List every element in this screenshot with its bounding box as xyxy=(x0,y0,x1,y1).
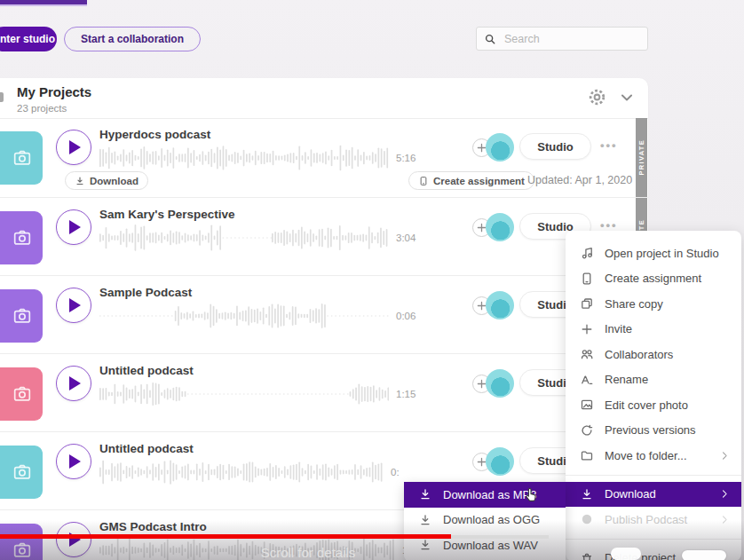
waveform xyxy=(99,301,389,331)
camera-icon xyxy=(12,384,32,404)
avatar[interactable] xyxy=(486,447,514,476)
music-note-icon xyxy=(580,246,594,260)
plus-icon xyxy=(580,322,594,336)
app-window: nter studio Start a collaboration My Pro… xyxy=(0,0,744,560)
play-button[interactable] xyxy=(56,522,91,557)
player-control-pill xyxy=(682,550,726,560)
menu-item-rename[interactable]: Rename xyxy=(566,367,741,393)
waveform xyxy=(99,143,389,173)
avatar[interactable] xyxy=(486,213,514,241)
play-icon xyxy=(69,298,81,312)
play-button[interactable] xyxy=(56,130,91,165)
waveform xyxy=(99,379,389,409)
projects-count: 23 projects xyxy=(17,103,67,114)
project-thumbnail[interactable] xyxy=(0,289,43,343)
chevron-down-icon[interactable] xyxy=(619,90,635,106)
settings-gear-icon[interactable] xyxy=(587,87,607,107)
project-duration: 0:06 xyxy=(396,311,416,321)
play-button[interactable] xyxy=(56,366,91,401)
menu-item-share-copy[interactable]: Share copy xyxy=(566,291,741,317)
more-options-button[interactable]: ••• xyxy=(600,138,618,152)
menu-item-edit-cover-photo[interactable]: Edit cover photo xyxy=(566,392,741,418)
project-thumbnail[interactable] xyxy=(0,131,43,185)
trash-icon xyxy=(580,551,594,560)
page-title: My Projects xyxy=(17,84,91,99)
menu-item-create-assignment[interactable]: Create assignment xyxy=(566,266,741,292)
project-row-2: Sam Kary's Perspective 3:04 Studio ••• P… xyxy=(0,197,648,276)
camera-icon xyxy=(12,306,32,326)
project-thumbnail[interactable] xyxy=(0,446,43,499)
avatar[interactable] xyxy=(486,133,514,162)
chevron-right-icon xyxy=(719,514,731,525)
menu-item-invite[interactable]: Invite xyxy=(566,317,741,343)
camera-icon xyxy=(12,540,32,560)
updated-date: Updated: Apr 1, 2020 xyxy=(527,174,632,186)
menu-item-download-as-mp3[interactable]: Download as MP3 xyxy=(404,482,566,508)
project-thumbnail[interactable] xyxy=(0,367,43,421)
play-button[interactable] xyxy=(56,209,91,245)
top-tab-indicator xyxy=(0,0,87,6)
download-submenu: Download as MP3 Download as OGG Download… xyxy=(404,482,566,560)
rename-icon xyxy=(580,373,594,387)
menu-divider xyxy=(566,539,741,540)
menu-item-download-as-ogg[interactable]: Download as OGG xyxy=(404,508,566,533)
more-options-button[interactable]: ••• xyxy=(600,218,618,232)
start-collaboration-button[interactable]: Start a collaboration xyxy=(64,27,201,51)
menu-item-move-to-folder[interactable]: Move to folder... xyxy=(566,443,741,469)
create-assignment-button[interactable]: Create assignment xyxy=(408,171,534,190)
camera-icon xyxy=(12,228,32,248)
project-duration: 3:04 xyxy=(396,233,416,243)
menu-item-previous-versions[interactable]: Previous versions xyxy=(566,418,741,444)
project-thumbnail[interactable] xyxy=(0,211,43,264)
project-duration: 5:16 xyxy=(396,153,416,163)
download-icon xyxy=(418,487,432,501)
camera-icon xyxy=(12,148,32,168)
collapse-handle-icon xyxy=(0,92,4,102)
project-duration: 1:15 xyxy=(396,389,416,399)
search-input[interactable] xyxy=(503,32,640,46)
menu-item-download[interactable]: Download xyxy=(566,482,741,508)
assignment-icon xyxy=(580,272,594,286)
play-icon xyxy=(69,376,81,390)
project-row-4: Untitled podcast 1:15 Studio ••• xyxy=(0,353,648,432)
menu-item-open-project-in-studio[interactable]: Open project in Studio xyxy=(566,241,741,266)
menu-item-publish-podcast[interactable]: Publish Podcast xyxy=(566,507,741,532)
studio-button[interactable]: Studio xyxy=(519,133,591,160)
avatar[interactable] xyxy=(486,291,514,319)
menu-item-collaborators[interactable]: Collaborators xyxy=(566,342,741,367)
play-button[interactable] xyxy=(56,444,91,479)
project-row-3: Sample Podcast 0:06 Studio ••• xyxy=(0,275,648,354)
play-button[interactable] xyxy=(56,288,91,323)
project-title: Sample Podcast xyxy=(99,286,192,299)
chevron-right-icon xyxy=(719,488,731,500)
waveform xyxy=(99,457,384,487)
card-header: My Projects 23 projects xyxy=(0,78,648,119)
enter-studio-button[interactable]: nter studio xyxy=(0,27,57,51)
video-progress-bar[interactable] xyxy=(0,534,451,539)
play-icon xyxy=(69,220,81,234)
folder-icon xyxy=(580,448,594,462)
video-buffer-bar xyxy=(451,535,549,539)
project-title: Untitled podcast xyxy=(99,364,194,377)
search-box[interactable] xyxy=(476,27,648,51)
download-button[interactable]: Download xyxy=(65,171,148,190)
copy-icon xyxy=(580,296,594,311)
search-icon xyxy=(484,33,496,45)
people-icon xyxy=(580,347,594,361)
project-row-1: Hyperdocs podcast 5:16 Studio ••• PRIVAT… xyxy=(0,118,648,197)
assignment-icon xyxy=(418,176,429,186)
download-icon xyxy=(418,513,432,527)
avatar[interactable] xyxy=(486,369,514,398)
project-title: Hyperdocs podcast xyxy=(99,128,210,141)
image-icon xyxy=(580,398,594,412)
history-icon xyxy=(580,423,594,438)
project-title: Untitled podcast xyxy=(99,442,194,455)
scroll-hint-text: Scroll for details xyxy=(228,545,388,560)
waveform xyxy=(99,223,389,253)
download-icon xyxy=(580,487,594,501)
chevron-right-icon xyxy=(719,450,731,461)
overlay-blob xyxy=(611,548,641,560)
project-thumbnail[interactable] xyxy=(0,524,43,560)
publish-icon xyxy=(580,512,594,526)
play-icon xyxy=(69,140,81,154)
